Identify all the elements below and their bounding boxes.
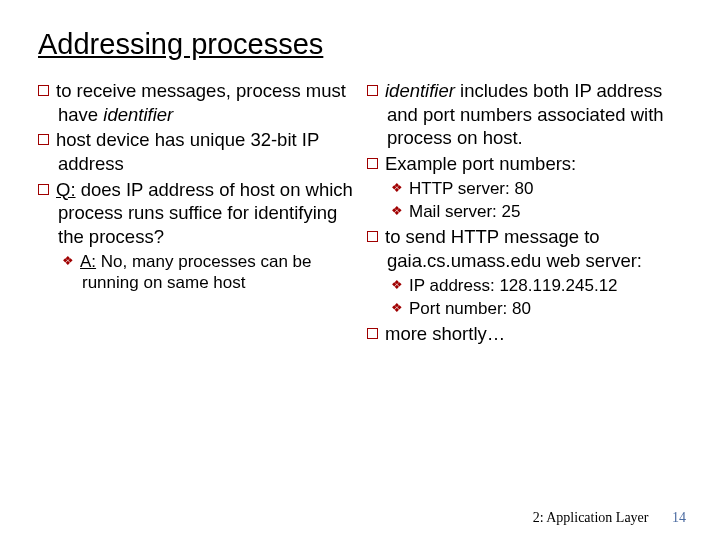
bullet-receive: to receive messages, process must have i… <box>38 79 353 126</box>
subbullet-http: ❖HTTP server: 80 <box>367 178 682 200</box>
text: HTTP server: 80 <box>409 179 533 198</box>
diamond-bullet-icon: ❖ <box>391 180 403 197</box>
bullet-example-ports: Example port numbers: <box>367 152 682 176</box>
diamond-bullet-icon: ❖ <box>391 300 403 317</box>
square-bullet-icon <box>367 231 378 242</box>
text: A: No, many processes can be running on … <box>80 252 312 293</box>
text: more shortly… <box>385 323 505 344</box>
text: to send HTTP message to gaia.cs.umass.ed… <box>385 226 642 271</box>
page-number: 14 <box>672 510 686 525</box>
square-bullet-icon <box>38 85 49 96</box>
slide-title: Addressing processes <box>38 28 682 61</box>
diamond-bullet-icon: ❖ <box>391 203 403 220</box>
diamond-bullet-icon: ❖ <box>62 253 74 270</box>
bullet-host: host device has unique 32-bit IP address <box>38 128 353 175</box>
left-column: to receive messages, process must have i… <box>38 79 353 348</box>
text: IP address: 128.119.245.12 <box>409 276 618 295</box>
square-bullet-icon <box>367 85 378 96</box>
footer-label: 2: Application Layer <box>533 510 649 525</box>
bullet-question: Q: does IP address of host on which proc… <box>38 178 353 249</box>
text: Example port numbers: <box>385 153 576 174</box>
bullet-more: more shortly… <box>367 322 682 346</box>
text: Mail server: 25 <box>409 202 520 221</box>
text: identifier includes both IP address and … <box>385 80 664 148</box>
text: host device has unique 32-bit IP address <box>56 129 319 174</box>
text: to receive messages, process must have i… <box>56 80 346 125</box>
square-bullet-icon <box>38 134 49 145</box>
subbullet-mail: ❖Mail server: 25 <box>367 201 682 223</box>
bullet-send-http: to send HTTP message to gaia.cs.umass.ed… <box>367 225 682 272</box>
square-bullet-icon <box>367 158 378 169</box>
square-bullet-icon <box>38 184 49 195</box>
subbullet-port: ❖Port number: 80 <box>367 298 682 320</box>
text: Q: does IP address of host on which proc… <box>56 179 353 247</box>
slide-footer: 2: Application Layer 14 <box>533 510 686 526</box>
bullet-identifier: identifier includes both IP address and … <box>367 79 682 150</box>
text: Port number: 80 <box>409 299 531 318</box>
square-bullet-icon <box>367 328 378 339</box>
subbullet-ip: ❖IP address: 128.119.245.12 <box>367 275 682 297</box>
right-column: identifier includes both IP address and … <box>367 79 682 348</box>
subbullet-answer: ❖A: No, many processes can be running on… <box>38 251 353 295</box>
content-columns: to receive messages, process must have i… <box>38 79 682 348</box>
diamond-bullet-icon: ❖ <box>391 277 403 294</box>
